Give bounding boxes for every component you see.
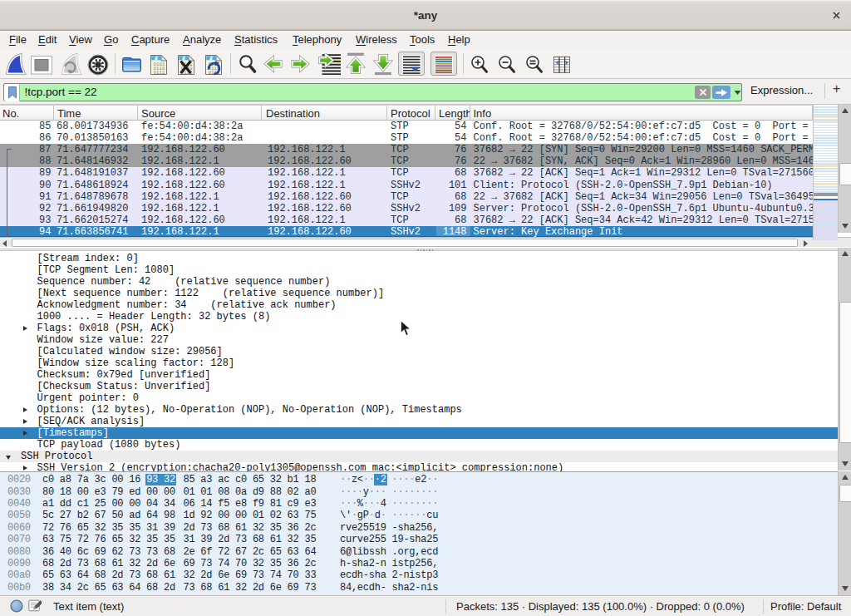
svg-text:0111: 0111: [154, 70, 165, 76]
